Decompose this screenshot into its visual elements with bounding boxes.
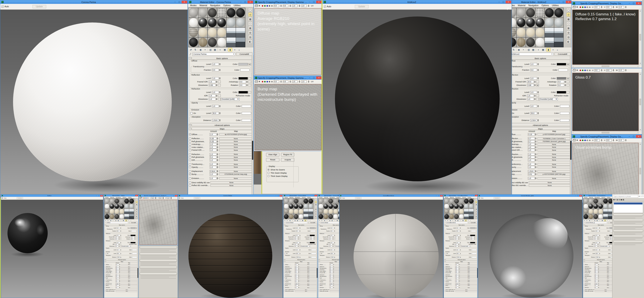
map-enable-checkbox[interactable]: ✓ — [284, 285, 285, 286]
sample-slot[interactable] — [464, 199, 468, 204]
map-enable-checkbox[interactable]: ✓ — [444, 281, 446, 282]
map-slot-button[interactable]: None — [295, 289, 317, 290]
sample-uv-tiling-icon[interactable]: ▦ — [248, 26, 252, 30]
map-amount-field-spinner[interactable] — [333, 270, 334, 272]
map-amount-field-spinner[interactable] — [298, 276, 299, 277]
refr-glossiness-map-button[interactable] — [599, 245, 600, 247]
sample-uv-tiling-icon[interactable]: ▦ — [136, 208, 138, 210]
map-amount-field-spinner[interactable] — [535, 156, 537, 159]
display-icon[interactable]: ▦ — [620, 199, 622, 201]
map-enable-checkbox[interactable]: ✓ — [584, 285, 585, 286]
make-material-copy-icon[interactable]: ▥ — [526, 48, 531, 52]
sample-slot[interactable] — [516, 38, 526, 47]
sample-slot[interactable] — [603, 209, 608, 214]
ior-field-spinner[interactable] — [458, 244, 459, 245]
glossiness-field-spinner[interactable] — [597, 238, 598, 240]
go-forward-to-sibling-icon[interactable]: ◒ — [130, 219, 132, 221]
refr-glossiness-field[interactable]: 1.0 — [115, 245, 119, 247]
put-material-to-scene-icon[interactable]: ⇅ — [446, 219, 449, 221]
anisotropy-field[interactable]: 0.0 — [558, 81, 564, 83]
map-enable-checkbox[interactable]: ✓ — [105, 268, 106, 269]
map-slot-button[interactable]: None — [120, 269, 138, 270]
map-amount-field[interactable]: 1.0 — [116, 276, 119, 277]
map-amount-field[interactable]: 1.0cm — [116, 283, 119, 284]
anisotropy-field-spinner[interactable] — [246, 81, 248, 83]
options-icon[interactable]: ◧ — [475, 215, 477, 217]
map-amount-field[interactable]: 1.0 — [295, 274, 298, 276]
sample-slot[interactable] — [449, 214, 454, 219]
menu-utilities[interactable]: Utilities — [306, 197, 312, 198]
map-enable-checkbox[interactable]: ✓ — [584, 269, 585, 270]
video-color-check-icon[interactable]: ▥ — [566, 31, 570, 35]
map-enable-checkbox[interactable]: ✓ — [284, 276, 285, 277]
opacity-level-field-spinner[interactable] — [219, 105, 221, 108]
material-id-channel-icon[interactable]: ◐ — [460, 219, 462, 221]
map-enable-checkbox[interactable]: ✓ — [189, 156, 191, 158]
map-amount-field[interactable]: 1.0cm — [594, 283, 598, 284]
map-enable-checkbox[interactable]: ✓ — [189, 163, 191, 165]
map-amount-field[interactable]: 1.0 — [330, 266, 333, 267]
maximize-button[interactable]: ▢ — [438, 195, 440, 196]
assign-material-to-selection-icon[interactable]: ◉ — [289, 219, 291, 221]
sample-slot[interactable] — [545, 38, 554, 47]
vertical-scrollbar[interactable]: ▲▼ — [639, 73, 642, 131]
map-amount-field-spinner[interactable] — [458, 281, 460, 282]
map-amount-field-spinner[interactable] — [216, 177, 218, 180]
opacity-color-swatch[interactable] — [312, 249, 316, 250]
close-button[interactable]: × — [440, 195, 443, 196]
update-button[interactable]: Update — [32, 5, 46, 8]
translucency-color-swatch[interactable] — [310, 230, 316, 232]
map-amount-field-spinner[interactable] — [598, 269, 599, 270]
map-enable-checkbox[interactable]: ✓ — [189, 143, 191, 145]
rollout-collapse-icon[interactable]: - — [284, 261, 285, 262]
view-align-button[interactable]: View Align — [266, 153, 279, 156]
fraction-field-spinner[interactable] — [537, 69, 539, 72]
map-amount-field[interactable]: 1.0 — [295, 279, 298, 281]
map-amount-field-spinner[interactable] — [333, 274, 334, 276]
map-amount-field-spinner[interactable] — [298, 274, 299, 276]
ior-map-button[interactable] — [460, 244, 461, 245]
sample-slot[interactable] — [469, 209, 474, 214]
sample-slot[interactable] — [289, 214, 294, 219]
magnify-icon[interactable]: ◎ — [136, 201, 138, 203]
show-map-in-viewport-icon[interactable]: ▣ — [122, 219, 124, 221]
map-enable-checkbox[interactable]: ✓ — [105, 285, 106, 286]
map-enable-checkbox[interactable]: ✓ — [584, 277, 585, 278]
refr-glossiness-field-spinner[interactable] — [597, 245, 598, 247]
refl-level-field[interactable]: 1.0 — [296, 235, 300, 236]
map-amount-field[interactable]: 1.0cm — [330, 283, 333, 284]
diffuse-color-swatch[interactable] — [310, 227, 314, 229]
map-enable-checkbox[interactable]: ✓ — [189, 138, 191, 140]
rollout-expand-icon[interactable]: + — [584, 259, 585, 260]
menu-utilities[interactable]: Utilities — [232, 4, 242, 7]
sample-slot[interactable] — [516, 28, 526, 37]
diffuse-color-map-button[interactable]: M — [315, 227, 316, 229]
magnify-icon[interactable]: ◎ — [315, 201, 317, 203]
sample-slot[interactable] — [294, 214, 298, 219]
emission-on-checkbox[interactable]: ✓ — [106, 253, 106, 254]
get-material-icon[interactable]: ⇄ — [444, 219, 446, 221]
ior-field[interactable]: 1.6 — [329, 244, 332, 245]
refr-glossiness-map-button[interactable] — [299, 245, 300, 247]
refl-level-field[interactable]: 1.0 — [212, 77, 219, 80]
map-slot-button[interactable]: None — [219, 166, 252, 168]
menu-utilities[interactable]: Utilities — [606, 197, 611, 198]
close-button[interactable]: × — [314, 195, 318, 196]
sample-slot[interactable] — [588, 209, 593, 214]
glossiness-field-spinner[interactable] — [298, 238, 299, 240]
menu-material[interactable]: Material — [516, 4, 527, 7]
map-slot-button[interactable]: None — [529, 184, 571, 187]
refr-color-map-button[interactable] — [248, 91, 251, 94]
glossiness-field-spinner[interactable] — [332, 238, 334, 240]
map-amount-field-spinner[interactable] — [216, 133, 218, 136]
maximize-button[interactable]: ▢ — [243, 1, 247, 4]
map-amount-field[interactable]: 1.0 — [528, 156, 535, 158]
map-enable-checkbox[interactable]: ✓ — [189, 185, 191, 186]
minimize-button[interactable]: – — [310, 195, 312, 196]
map-slot-button[interactable]: None — [300, 287, 317, 288]
map-amount-field-spinner[interactable] — [216, 156, 218, 159]
map-enable-checkbox[interactable]: ✓ — [105, 287, 106, 288]
fraction-field[interactable]: 0.0 — [456, 230, 460, 232]
sample-slot[interactable] — [328, 199, 333, 204]
material-class-button[interactable]: CoronaMtl — [129, 222, 138, 223]
